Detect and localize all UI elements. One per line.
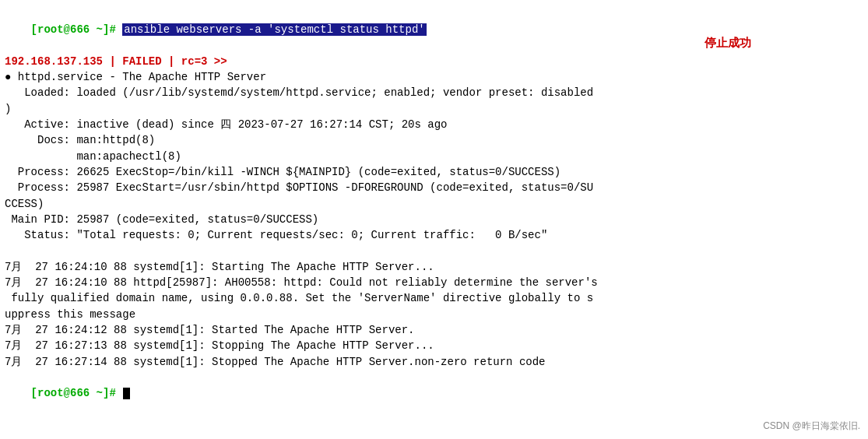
log-line-2: 7月 27 16:24:10 88 httpd[25987]: AH00558:… [5,275,863,290]
status-line: Status: "Total requests: 0; Current requ… [5,227,863,243]
terminal-window: [root@666 ~]# ansible webservers -a 'sys… [0,0,868,439]
process-line-2: Process: 25987 ExecStart=/usr/sbin/httpd… [5,180,863,195]
watermark: CSDN @昨日海棠依旧. [763,420,860,433]
command-text [116,23,122,36]
cursor [123,388,130,399]
loaded-line-cont: ) [5,101,863,117]
log-line-5: 7月 27 16:24:12 88 systemd[1]: Started Th… [5,322,863,338]
service-line: ● httpd.service - The Apache HTTP Server [5,69,863,85]
log-line-6: 7月 27 16:27:13 88 systemd[1]: Stopping T… [5,338,863,353]
blank-line [5,243,863,258]
log-line-3: fully qualified domain name, using 0.0.0… [5,290,863,306]
log-line-4: uppress this message [5,307,863,322]
active-line: Active: inactive (dead) since 四 2023-07-… [5,117,863,132]
process-line-2b: CCESS) [5,196,863,212]
mainpid-line: Main PID: 25987 (code=exited, status=0/S… [5,212,863,227]
prompt-2: [root@666 ~]# [31,387,116,399]
final-prompt-line: [root@666 ~]# [5,370,863,417]
log-line-7: 7月 27 16:27:14 88 systemd[1]: Stopped Th… [5,354,863,370]
command-highlight: ansible webservers -a 'systemctl status … [122,23,426,36]
failed-line: 192.168.137.135 | FAILED | rc=3 >> [5,54,863,69]
loaded-line: Loaded: loaded (/usr/lib/systemd/system/… [5,85,863,100]
log-line-1: 7月 27 16:24:10 88 systemd[1]: Starting T… [5,259,863,275]
prompt-1: [root@666 ~]# [31,23,116,36]
docs-line-1: Docs: man:httpd(8) [5,132,863,148]
annotation-stop-success: 停止成功 [705,34,751,51]
docs-line-2: man:apachectl(8) [5,149,863,164]
process-line-1: Process: 26625 ExecStop=/bin/kill -WINCH… [5,164,863,180]
